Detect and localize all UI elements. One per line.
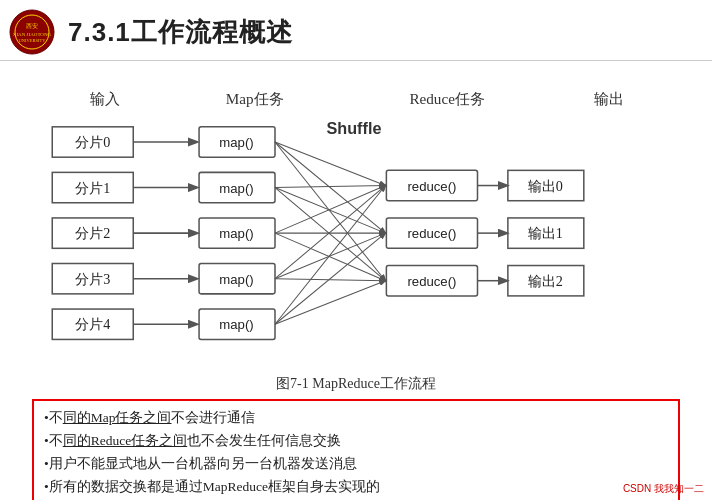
svg-text:reduce(): reduce(): [407, 179, 456, 194]
svg-text:UNIVERSITY: UNIVERSITY: [19, 38, 47, 43]
svg-line-40: [275, 281, 385, 325]
label-output: 输出: [594, 90, 624, 107]
note-underline-2: 同的Reduce任务之间: [63, 433, 187, 448]
label-reduce: Reduce任务: [409, 90, 485, 107]
svg-line-26: [275, 142, 385, 186]
note-line-2: •不同的Reduce任务之间也不会发生任何信息交换: [44, 430, 668, 453]
note-line-4: •所有的数据交换都是通过MapReduce框架自身去实现的: [44, 476, 668, 499]
svg-text:map(): map(): [219, 317, 253, 332]
svg-text:输出1: 输出1: [528, 225, 563, 241]
svg-text:分片4: 分片4: [75, 316, 110, 332]
svg-text:分片2: 分片2: [75, 225, 110, 241]
university-logo: 西安 XIAN JIAOTONG UNIVERSITY: [8, 8, 56, 56]
svg-text:分片1: 分片1: [75, 180, 110, 196]
svg-text:输出0: 输出0: [528, 178, 563, 194]
svg-text:分片3: 分片3: [75, 271, 110, 287]
label-map: Map任务: [226, 90, 284, 107]
svg-text:XIAN JIAOTONG: XIAN JIAOTONG: [13, 32, 52, 37]
note-line-1: •不同的Map任务之间不会进行通信: [44, 407, 668, 430]
svg-line-38: [275, 186, 385, 325]
diagram-caption: 图7-1 MapReduce工作流程: [32, 375, 680, 393]
svg-text:map(): map(): [219, 181, 253, 196]
label-input: 输入: [90, 90, 120, 107]
note-underline-1: 同的Map任务之间: [63, 410, 172, 425]
note-line-3: •用户不能显式地从一台机器向另一台机器发送消息: [44, 453, 668, 476]
header: 西安 XIAN JIAOTONG UNIVERSITY 7.3.1工作流程概述: [0, 0, 712, 61]
svg-text:map(): map(): [219, 135, 253, 150]
svg-text:reduce(): reduce(): [407, 226, 456, 241]
svg-text:分片0: 分片0: [75, 134, 110, 150]
notes-box: •不同的Map任务之间不会进行通信 •不同的Reduce任务之间也不会发生任何信…: [32, 399, 680, 500]
svg-line-28: [275, 142, 385, 281]
svg-line-35: [275, 186, 385, 279]
svg-text:map(): map(): [219, 226, 253, 241]
shuffle-label: Shuffle: [327, 119, 382, 137]
svg-text:输出2: 输出2: [528, 273, 563, 289]
main-content: 输入 Map任务 Reduce任务 输出 Shuffle 分片0 分片1 分片2…: [0, 61, 712, 500]
watermark: CSDN 我我知一二: [623, 482, 704, 496]
diagram-container: 输入 Map任务 Reduce任务 输出 Shuffle 分片0 分片1 分片2…: [32, 73, 680, 373]
svg-text:reduce(): reduce(): [407, 274, 456, 289]
page: 西安 XIAN JIAOTONG UNIVERSITY 7.3.1工作流程概述 …: [0, 0, 712, 500]
svg-text:西安: 西安: [26, 22, 38, 29]
page-title: 7.3.1工作流程概述: [68, 15, 293, 50]
svg-text:map(): map(): [219, 272, 253, 287]
svg-line-31: [275, 188, 385, 281]
mapreduce-diagram: 输入 Map任务 Reduce任务 输出 Shuffle 分片0 分片1 分片2…: [32, 73, 680, 373]
